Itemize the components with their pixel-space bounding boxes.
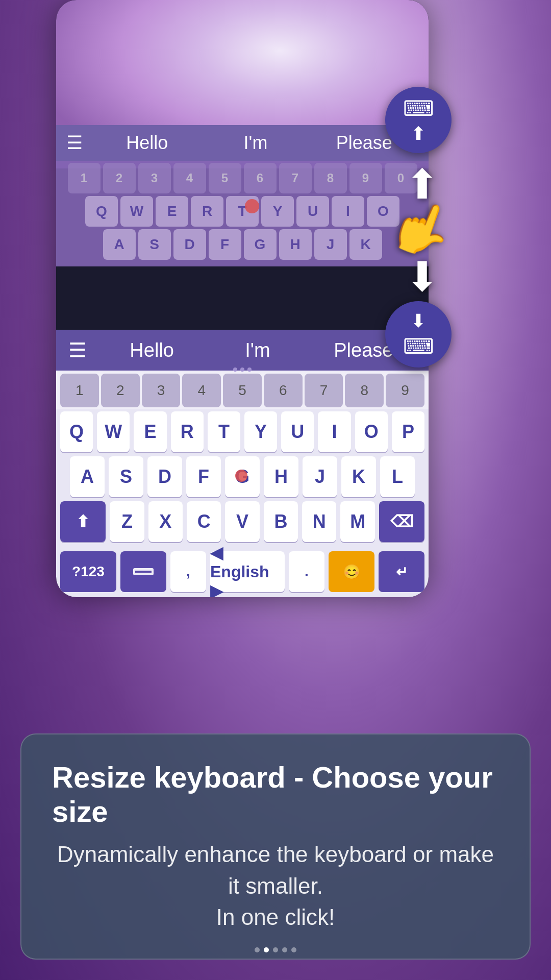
- dot-inactive-4: [291, 947, 296, 952]
- key-k[interactable]: K: [341, 456, 376, 497]
- swipe-dots: [255, 947, 296, 952]
- resize-down-button[interactable]: ⬇ ⌨: [385, 301, 452, 368]
- emoji-key[interactable]: 😊: [329, 551, 374, 592]
- key-b[interactable]: B: [264, 501, 298, 542]
- comma-key[interactable]: ,: [170, 551, 206, 592]
- dot-1: [233, 368, 237, 372]
- key-c[interactable]: C: [187, 501, 221, 542]
- small-key-q[interactable]: Q: [85, 196, 118, 227]
- key-e[interactable]: E: [134, 411, 166, 452]
- dot-inactive-1: [255, 947, 260, 952]
- info-title: Resize keyboard - Choose your size: [52, 760, 499, 828]
- small-num-7[interactable]: 7: [279, 163, 312, 193]
- info-subtitle: Dynamically enhance the keyboard or make…: [52, 839, 499, 933]
- small-row-qwerty: Q W E R T Y U I O: [59, 196, 425, 227]
- small-suggestion-hello[interactable]: Hello: [93, 132, 202, 154]
- small-key-u[interactable]: U: [296, 196, 329, 227]
- space-key[interactable]: ◀ English ▶: [210, 551, 285, 592]
- key-f[interactable]: F: [186, 456, 221, 497]
- small-number-row: 1 2 3 4 5 6 7 8 9 0: [59, 163, 425, 193]
- num-switch-key[interactable]: ?123: [60, 551, 116, 592]
- num-4[interactable]: 4: [182, 374, 221, 407]
- small-num-8[interactable]: 8: [314, 163, 347, 193]
- row2-wrapper: A S D F G H J K L: [60, 456, 424, 497]
- bottom-row: ?123 , ◀ English ▶ . 😊 ↵: [56, 549, 429, 597]
- resize-indicator: ⬆ 👆 ⬇: [390, 161, 454, 301]
- small-num-6[interactable]: 6: [244, 163, 277, 193]
- small-keyboard-rows: 1 2 3 4 5 6 7 8 9 0 Q W E R T Y: [56, 161, 429, 266]
- num-3[interactable]: 3: [142, 374, 181, 407]
- key-w[interactable]: W: [97, 411, 130, 452]
- key-h[interactable]: H: [264, 456, 298, 497]
- small-key-i[interactable]: I: [332, 196, 364, 227]
- letter-rows: Q W E R T Y U I O P A S D F G: [56, 409, 429, 549]
- num-6[interactable]: 6: [264, 374, 303, 407]
- language-switch-key[interactable]: [120, 551, 166, 592]
- small-keyboard-overlay: ☰ Hello I'm Please 1 2 3 4 5 6 7 8 9 0: [56, 125, 429, 266]
- key-x[interactable]: X: [148, 501, 183, 542]
- dot-inactive-3: [282, 947, 287, 952]
- key-j[interactable]: J: [303, 456, 337, 497]
- small-num-5[interactable]: 5: [209, 163, 241, 193]
- resize-up-button[interactable]: ⌨ ⬆: [385, 87, 452, 153]
- dot-inactive-2: [273, 947, 278, 952]
- small-key-r[interactable]: R: [191, 196, 223, 227]
- key-m[interactable]: M: [340, 501, 374, 542]
- small-key-d[interactable]: D: [173, 229, 206, 260]
- period-key[interactable]: .: [289, 551, 324, 592]
- key-s[interactable]: S: [109, 456, 143, 497]
- small-row-asdf: A S D F G H J K: [59, 229, 425, 260]
- small-num-1[interactable]: 1: [68, 163, 101, 193]
- num-8[interactable]: 8: [345, 374, 384, 407]
- small-key-s[interactable]: S: [138, 229, 171, 260]
- backspace-key[interactable]: ⌫: [379, 501, 424, 542]
- small-num-9[interactable]: 9: [349, 163, 382, 193]
- key-q[interactable]: Q: [60, 411, 93, 452]
- small-key-e[interactable]: E: [156, 196, 188, 227]
- num-2[interactable]: 2: [101, 374, 140, 407]
- suggestion-hello[interactable]: Hello: [99, 339, 205, 361]
- key-v[interactable]: V: [225, 501, 259, 542]
- suggestion-im[interactable]: I'm: [205, 339, 310, 361]
- small-key-f[interactable]: F: [209, 229, 241, 260]
- key-p[interactable]: P: [392, 411, 424, 452]
- small-menu-icon[interactable]: ☰: [66, 134, 83, 152]
- key-d[interactable]: D: [147, 456, 182, 497]
- num-5[interactable]: 5: [223, 374, 262, 407]
- key-z[interactable]: Z: [110, 501, 144, 542]
- small-num-3[interactable]: 3: [138, 163, 171, 193]
- key-g[interactable]: G: [225, 456, 260, 497]
- small-key-g[interactable]: G: [244, 229, 277, 260]
- enter-key[interactable]: ↵: [379, 551, 424, 592]
- small-num-4[interactable]: 4: [173, 163, 206, 193]
- small-key-y[interactable]: Y: [261, 196, 294, 227]
- key-l[interactable]: L: [380, 456, 415, 497]
- key-y[interactable]: Y: [244, 411, 277, 452]
- num-9[interactable]: 9: [386, 374, 424, 407]
- small-key-h[interactable]: H: [279, 229, 312, 260]
- arrow-up-icon: ⬆: [411, 123, 426, 144]
- small-num-2[interactable]: 2: [103, 163, 136, 193]
- small-key-j[interactable]: J: [314, 229, 347, 260]
- key-u[interactable]: U: [281, 411, 314, 452]
- key-t[interactable]: T: [208, 411, 240, 452]
- small-key-w[interactable]: W: [120, 196, 153, 227]
- main-keyboard: ☰ Hello I'm Please 1 2 3 4 5 6 7 8 9: [56, 330, 429, 597]
- key-o[interactable]: O: [355, 411, 388, 452]
- suggestion-dots: [233, 368, 252, 372]
- phone-frame: ☰ Hello I'm Please 1 2 3 4 5 6 7 8 9 0: [56, 0, 429, 597]
- small-key-k[interactable]: K: [349, 229, 382, 260]
- num-1[interactable]: 1: [60, 374, 99, 407]
- number-row: 1 2 3 4 5 6 7 8 9: [56, 371, 429, 409]
- key-i[interactable]: I: [318, 411, 350, 452]
- key-n[interactable]: N: [302, 501, 336, 542]
- num-7[interactable]: 7: [305, 374, 343, 407]
- key-r[interactable]: R: [171, 411, 204, 452]
- info-subtitle-text: Dynamically enhance the keyboard or make…: [57, 842, 494, 929]
- key-a[interactable]: A: [70, 456, 105, 497]
- small-suggestion-im[interactable]: I'm: [202, 132, 310, 154]
- small-key-a[interactable]: A: [103, 229, 136, 260]
- row-asdf: A S D F G H J K L: [60, 456, 424, 497]
- shift-key[interactable]: ⬆: [60, 501, 106, 542]
- menu-icon[interactable]: ☰: [68, 340, 87, 360]
